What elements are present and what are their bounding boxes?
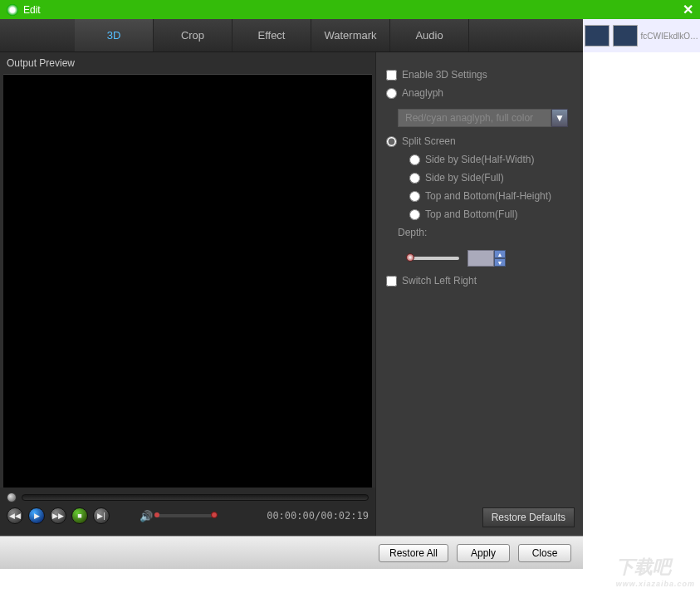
tb-full-radio[interactable]: Top and Bottom(Full) bbox=[409, 208, 575, 220]
tab-crop[interactable]: Crop bbox=[154, 19, 233, 51]
player-controls: ◀◀ ▶ ▶▶ ■ ▶| 🔊 00:00:00/00:02:19 bbox=[0, 488, 375, 536]
restore-all-button[interactable]: Restore All bbox=[379, 544, 448, 562]
forward-button[interactable]: ▶| bbox=[93, 507, 110, 524]
tab-effect[interactable]: Effect bbox=[233, 19, 311, 51]
volume-slider[interactable] bbox=[156, 514, 214, 517]
prev-button[interactable]: ◀◀ bbox=[7, 507, 23, 524]
seek-knob[interactable] bbox=[7, 493, 17, 502]
video-preview bbox=[3, 74, 372, 488]
background-thumbnail-strip: fcCWIEkdlkO… bbox=[583, 19, 700, 52]
time-display: 00:00:00/00:02:19 bbox=[267, 510, 369, 522]
stop-button[interactable]: ■ bbox=[71, 507, 88, 524]
next-button[interactable]: ▶▶ bbox=[50, 507, 66, 524]
spin-up-icon[interactable]: ▲ bbox=[494, 250, 506, 258]
tab-3d[interactable]: 3D bbox=[75, 19, 154, 51]
titlebar: Edit ✕ bbox=[0, 0, 700, 19]
split-screen-radio[interactable]: Split Screen bbox=[386, 135, 575, 147]
anaglyph-radio[interactable]: Anaglyph bbox=[386, 87, 575, 99]
bg-thumb-1 bbox=[585, 25, 609, 47]
app-icon bbox=[7, 4, 18, 16]
seek-track[interactable] bbox=[22, 494, 369, 501]
chevron-down-icon[interactable]: ▼ bbox=[551, 109, 568, 127]
volume-control[interactable]: 🔊 bbox=[140, 510, 214, 522]
preview-panel: Output Preview ◀◀ ▶ ▶▶ ■ ▶| 🔊 bbox=[0, 52, 375, 536]
watermark-logo: 下载吧www.xiazaiba.com bbox=[616, 555, 695, 588]
switch-lr-checkbox[interactable]: Switch Left Right bbox=[386, 275, 575, 287]
depth-slider[interactable] bbox=[409, 257, 459, 260]
dialog-footer: Restore All Apply Close bbox=[0, 536, 583, 569]
sbs-half-radio[interactable]: Side by Side(Half-Width) bbox=[409, 154, 575, 165]
depth-spinner[interactable]: ▲ ▼ bbox=[467, 250, 506, 267]
settings-panel: Enable 3D Settings Anaglyph Red/cyan ana… bbox=[375, 52, 583, 536]
sbs-full-radio[interactable]: Side by Side(Full) bbox=[409, 172, 575, 184]
close-icon[interactable]: ✕ bbox=[683, 2, 693, 17]
enable-3d-checkbox[interactable]: Enable 3D Settings bbox=[386, 69, 575, 81]
window-title: Edit bbox=[23, 4, 41, 16]
apply-button[interactable]: Apply bbox=[457, 544, 510, 562]
edit-dialog: 3D Crop Effect Watermark Audio Output Pr… bbox=[0, 19, 583, 536]
bg-thumb-2 bbox=[613, 25, 638, 47]
play-button[interactable]: ▶ bbox=[28, 507, 45, 524]
anaglyph-dropdown[interactable]: Red/cyan anaglyph, full color ▼ bbox=[398, 109, 575, 127]
bg-label: fcCWIEkdlkO… bbox=[641, 32, 698, 41]
volume-icon: 🔊 bbox=[140, 510, 153, 522]
spin-down-icon[interactable]: ▼ bbox=[494, 258, 506, 267]
depth-label: Depth: bbox=[398, 227, 575, 238]
tb-half-radio[interactable]: Top and Bottom(Half-Height) bbox=[409, 190, 575, 202]
seek-bar[interactable] bbox=[7, 493, 369, 502]
preview-label: Output Preview bbox=[0, 52, 375, 74]
tab-watermark[interactable]: Watermark bbox=[311, 19, 390, 51]
close-button[interactable]: Close bbox=[518, 544, 571, 562]
restore-defaults-button[interactable]: Restore Defaults bbox=[482, 507, 575, 527]
tab-audio[interactable]: Audio bbox=[390, 19, 469, 51]
anaglyph-select-value: Red/cyan anaglyph, full color bbox=[398, 109, 551, 127]
tab-bar: 3D Crop Effect Watermark Audio bbox=[0, 19, 583, 52]
